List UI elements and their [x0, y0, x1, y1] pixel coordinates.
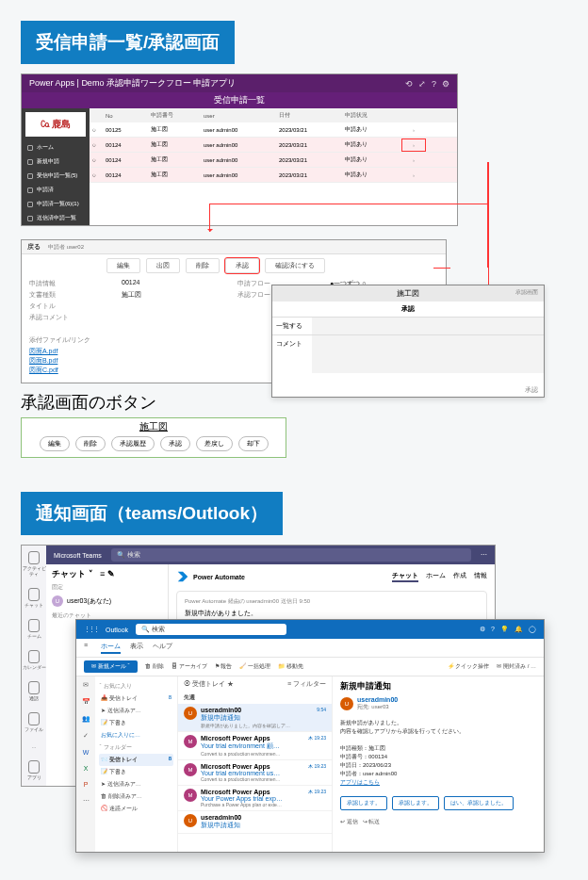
rail-word-icon[interactable]: W: [76, 744, 95, 760]
rail-teams[interactable]: チーム: [22, 613, 46, 644]
rail-calendar[interactable]: カレンダー: [22, 644, 46, 676]
tool-quick[interactable]: ⚡ クイック操作: [448, 662, 490, 671]
approve-footer-button[interactable]: 承認: [525, 385, 538, 395]
rail-more[interactable]: …: [22, 738, 46, 755]
outlook-titlebar: ⋮⋮⋮ Outlook 🔍 検索 ⚙?💡🔔◯: [76, 620, 544, 639]
pa-tab-chat[interactable]: チャット: [392, 571, 418, 582]
pa-tab-create[interactable]: 作成: [453, 571, 466, 582]
message-item[interactable]: MMicrosoft Power AppsYour Power Apps tri…: [178, 786, 332, 811]
folders-group[interactable]: ˅ フォルダー: [99, 743, 173, 752]
list-section: 先週: [178, 692, 332, 704]
rail-calendar-icon[interactable]: 📅: [76, 693, 95, 710]
tool-report[interactable]: ⚑ 報告: [215, 662, 233, 671]
value: 00124: [122, 279, 230, 288]
pa-tab-info[interactable]: 情報: [474, 571, 487, 582]
chevron-right-icon[interactable]: ›: [402, 139, 425, 151]
side-inbox[interactable]: 受信申請一覧(5): [22, 169, 90, 183]
filter-button[interactable]: ≡ フィルター: [287, 679, 326, 689]
new-mail-button[interactable]: ✉ 新規メール ˅: [84, 660, 138, 673]
tool-sweep[interactable]: 🧹 一括処理: [239, 662, 270, 671]
rail-excel-icon[interactable]: X: [76, 760, 95, 776]
table-row[interactable]: ○00124施工図user admin002023/03/21申請あり›: [90, 153, 457, 168]
folder-inbox-2[interactable]: 📨 受信トレイ8: [99, 754, 173, 766]
btn-reject[interactable]: 却下: [238, 436, 269, 451]
rail-chat[interactable]: チャット: [22, 582, 46, 613]
tool-archive[interactable]: 🗄 アーカイブ: [172, 662, 207, 671]
chat-item[interactable]: Uuser03(あなた): [52, 594, 162, 609]
pa-table: No 申請番号 user 日付 申請状況 ○00125施工図user admin…: [90, 108, 457, 225]
action-button[interactable]: はい、承認しました。: [444, 796, 514, 810]
tab-edit[interactable]: 編集: [106, 258, 140, 273]
teams-search[interactable]: 🔍 検索: [111, 548, 471, 562]
btn-delete[interactable]: 削除: [75, 436, 106, 451]
outlook-rail: ✉ 📅 👥 ✓ W X P ⋯: [76, 676, 95, 852]
side-applied[interactable]: 申請済: [22, 183, 90, 197]
chevron-right-icon[interactable]: ›: [402, 155, 425, 166]
kajima-logo: ㏇ 鹿島: [25, 112, 86, 137]
table-row[interactable]: ○00124施工図user admin002023/03/21申請あり›: [90, 168, 457, 183]
add-favorite[interactable]: お気に入りに…: [99, 729, 173, 741]
folder-deleted[interactable]: 🗑 削除済みア…: [99, 790, 173, 803]
side-home[interactable]: ホーム: [22, 140, 90, 155]
rail-ppt-icon[interactable]: P: [76, 776, 95, 792]
power-automate-icon: [176, 570, 189, 583]
tab-home[interactable]: ホーム: [101, 642, 121, 654]
app-link[interactable]: アプリはこちら: [340, 779, 380, 785]
btn-return[interactable]: 差戻し: [196, 436, 233, 451]
arrow-connector: [209, 204, 210, 232]
tab-view[interactable]: 表示: [130, 642, 143, 654]
section1-title: 受信申請一覧/承認画面: [21, 21, 235, 64]
rail-activity[interactable]: アクティビティ: [22, 546, 46, 582]
tab-issue[interactable]: 出図: [146, 258, 180, 273]
rail-more-icon[interactable]: ⋯: [76, 792, 95, 809]
favorites-group[interactable]: ˅ お気に入り: [99, 682, 173, 691]
chevron-right-icon[interactable]: ›: [402, 124, 425, 136]
btn-approve[interactable]: 承認: [160, 436, 190, 451]
rail-files[interactable]: ファイル: [22, 707, 46, 738]
more-icon[interactable]: ⋯: [481, 551, 487, 559]
chevron-right-icon[interactable]: ›: [402, 170, 425, 181]
action-button[interactable]: 承認します。: [392, 796, 439, 810]
folder-draft-2[interactable]: 📝 下書き: [99, 766, 173, 778]
rail-mail-icon[interactable]: ✉: [76, 676, 95, 693]
pa-tab-home[interactable]: ホーム: [426, 571, 446, 582]
tab-delete[interactable]: 削除: [186, 258, 220, 273]
folder-inbox[interactable]: 📥 受信トレイ8: [99, 693, 173, 705]
side-sent[interactable]: 送信済申請一覧: [22, 211, 90, 225]
message-item[interactable]: Uuseradmin00新規申請通知新規申請がありました。内容を確認しア…9:5…: [178, 704, 332, 732]
tool-move[interactable]: 📁 移動先: [278, 662, 303, 671]
tab-approve[interactable]: 承認: [225, 258, 259, 273]
folder-sent[interactable]: ➤ 送信済みア…: [99, 705, 173, 717]
folder-sent-2[interactable]: ➤ 送信済みア…: [99, 778, 173, 790]
tab-confirm[interactable]: 確認済にする: [265, 258, 325, 273]
approve-row: コメント: [272, 334, 544, 373]
action-button[interactable]: 承認します。: [340, 796, 387, 810]
tool-delete[interactable]: 🗑 削除: [145, 662, 164, 671]
menu-icon[interactable]: ≡: [84, 642, 88, 654]
outlook-search[interactable]: 🔍 検索: [136, 624, 286, 635]
folder-draft[interactable]: 📝 下書き: [99, 717, 173, 729]
forward-button[interactable]: ↪ 転送: [363, 819, 381, 824]
rail-apps[interactable]: アプリ: [22, 755, 46, 786]
approve-band: 施工図 承認画面: [272, 285, 544, 301]
message-item[interactable]: MMicrosoft Power AppsYour trial environm…: [178, 760, 332, 786]
message-item[interactable]: MMicrosoft Power AppsYour trial environm…: [178, 732, 332, 760]
btn-edit[interactable]: 編集: [40, 436, 70, 451]
app-launcher-icon[interactable]: ⋮⋮⋮: [84, 626, 98, 633]
avatar: U: [340, 697, 353, 710]
rail-check-icon[interactable]: ✓: [76, 727, 95, 744]
tool-read[interactable]: ✉ 開封済み / …: [497, 662, 536, 671]
back-button[interactable]: 戻る: [27, 242, 41, 252]
rail-calls[interactable]: 通話: [22, 676, 46, 707]
folder-junk[interactable]: 🚫 迷惑メール: [99, 803, 173, 815]
table-row[interactable]: ○00124施工図user admin002023/03/21申請あり›: [90, 138, 457, 153]
pa-env: Demo 承認申請ワークフロー 申請アプリ: [81, 78, 236, 88]
table-row[interactable]: ○00125施工図user admin002023/03/21申請あり›: [90, 122, 457, 138]
rail-people-icon[interactable]: 👥: [76, 710, 95, 727]
btn-history[interactable]: 承認履歴: [111, 436, 155, 451]
side-applied-list[interactable]: 申請済一覧(6)(1): [22, 197, 90, 211]
reply-button[interactable]: ↩ 返信: [340, 819, 358, 824]
tab-help[interactable]: ヘルプ: [153, 642, 172, 654]
message-item[interactable]: Uuseradmin00新規申請通知: [178, 811, 332, 834]
side-new[interactable]: 新規申請: [22, 155, 90, 169]
